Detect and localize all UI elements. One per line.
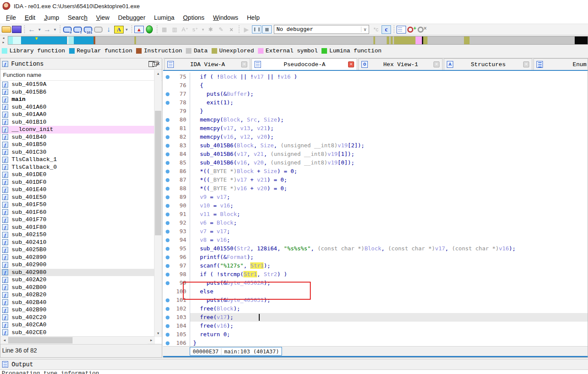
code-line[interactable]: 105 return 0;: [163, 330, 588, 339]
function-row[interactable]: fsub_401AA0: [1, 111, 155, 119]
code-line[interactable]: 81 memcpy(v17, v13, v21);: [163, 124, 588, 133]
menu-item-edit[interactable]: Edit: [20, 12, 39, 24]
scroll-right-icon[interactable]: ▸: [148, 337, 155, 344]
code-line[interactable]: 84 sub_4015B6(v17, v21, (unsigned __int8…: [163, 150, 588, 158]
function-row[interactable]: fsub_401E40: [1, 186, 155, 194]
functions-horizontal-scrollbar[interactable]: ◂ ▸: [1, 336, 155, 344]
function-row[interactable]: fsub_402980: [1, 269, 155, 277]
code-line[interactable]: 97 scanf("%127s", Str1);: [163, 261, 588, 270]
function-row[interactable]: fsub_401F80: [1, 224, 155, 231]
code-line[interactable]: 75 if ( !Block || !v17 || !v16 ): [163, 73, 588, 81]
function-row[interactable]: fsub_401A60: [1, 103, 155, 111]
tab-ida-view-a[interactable]: IDA View-A×: [164, 58, 250, 70]
function-row[interactable]: fsub_401B10: [1, 119, 155, 126]
pseudocode-view[interactable]: 75 if ( !Block || !v17 || !v16 )76 {77 p…: [163, 71, 588, 347]
code-line[interactable]: 91 v11 = Block;: [163, 210, 588, 219]
scroll-down-icon[interactable]: ▾: [155, 330, 162, 337]
code-line[interactable]: 103 free(v17);: [163, 313, 588, 322]
menu-item-view[interactable]: View: [92, 12, 114, 24]
function-row[interactable]: fsub_402890: [1, 254, 155, 261]
scroll-left-icon[interactable]: ◂: [1, 337, 8, 344]
close-button-icon[interactable]: ×: [156, 61, 160, 68]
function-row[interactable]: fsub_401F50: [1, 201, 155, 209]
function-row[interactable]: fsub_401F60: [1, 209, 155, 216]
code-line[interactable]: 82 memcpy(v16, v12, v20);: [163, 133, 588, 141]
code-line[interactable]: 90 v10 = v16;: [163, 201, 588, 210]
function-row[interactable]: fsub_401DE0: [1, 171, 155, 179]
set-colors-icon[interactable]: A: [114, 26, 124, 33]
code-line[interactable]: 92 v6 = Block;: [163, 219, 588, 227]
script-icon[interactable]: [397, 26, 406, 33]
code-line[interactable]: 101 puts(&byte_405031);: [163, 296, 588, 304]
code-line[interactable]: 86 *((_BYTE *)Block + Size) = 0;: [163, 167, 588, 176]
code-line[interactable]: 99 puts(&byte_40502A);: [163, 279, 588, 287]
function-row[interactable]: fsub_4015B6: [1, 88, 155, 96]
code-line[interactable]: 96 printf(&Format);: [163, 253, 588, 261]
function-row[interactable]: fsub_402CE0: [1, 329, 155, 337]
jump-address-icon[interactable]: ↓: [104, 25, 113, 34]
function-row[interactable]: fsub_401F70: [1, 216, 155, 224]
code-line[interactable]: 76 {: [163, 81, 588, 90]
functions-vertical-scrollbar[interactable]: ▴ ▾: [154, 70, 161, 337]
code-line[interactable]: 79 }: [163, 107, 588, 116]
function-row[interactable]: fmain: [1, 96, 155, 103]
back-icon[interactable]: ←: [27, 25, 36, 34]
function-row[interactable]: fsub_4025B0: [1, 246, 155, 254]
tab-close-icon[interactable]: ×: [523, 61, 529, 67]
code-line[interactable]: 89 v9 = v17;: [163, 193, 588, 201]
search-immediate-icon[interactable]: 101: [83, 25, 93, 34]
tab-enum[interactable]: Enum: [533, 58, 588, 70]
code-line[interactable]: 83 sub_4015B6(Block, Size, (unsigned __i…: [163, 141, 588, 150]
function-row[interactable]: fsub_401DF0: [1, 179, 155, 186]
navigation-band[interactable]: ▼: [8, 36, 588, 45]
function-row[interactable]: fTlsCallback_1: [1, 156, 155, 164]
graph-view-icon[interactable]: ▲: [134, 26, 144, 33]
code-line[interactable]: 77 puts(&Buffer);: [163, 90, 588, 98]
code-line[interactable]: 98 if ( !strcmp(Str1, Str2) ): [163, 270, 588, 279]
menu-item-windows[interactable]: Windows: [209, 12, 242, 24]
function-name-column-header[interactable]: Function name: [0, 70, 162, 81]
navband-right-arrow-icon[interactable]: ▸: [0, 40, 7, 45]
colors-dropdown-icon[interactable]: ▾: [124, 25, 129, 34]
forward-icon[interactable]: →: [42, 25, 52, 34]
function-row[interactable]: fsub_402C20: [1, 314, 155, 322]
search-text-icon[interactable]: T: [73, 25, 82, 34]
code-line[interactable]: 102 free(Block);: [163, 304, 588, 313]
debugger-select[interactable]: No debugger∨: [274, 25, 369, 34]
navband-arrows[interactable]: ◂ ▸: [0, 36, 7, 45]
menu-item-search[interactable]: Search: [64, 12, 92, 24]
output-panel-titlebar[interactable]: Output: [0, 359, 588, 370]
function-row[interactable]: fsub_401E50: [1, 194, 155, 201]
key-delete-icon[interactable]: [417, 25, 427, 34]
run-c-icon[interactable]: c: [382, 25, 391, 34]
debugger-pause-icon[interactable]: [252, 25, 261, 33]
lumina-icon[interactable]: [145, 25, 154, 34]
code-line[interactable]: 85 sub_4015B6(v16, v20, (unsigned __int8…: [163, 158, 588, 167]
code-line[interactable]: 94 v8 = v16;: [163, 236, 588, 244]
forward-dropdown-icon[interactable]: ▾: [53, 25, 57, 34]
code-line[interactable]: 100 else: [163, 287, 588, 296]
code-line[interactable]: 87 *((_BYTE *)v17 + v21) = 0;: [163, 176, 588, 184]
tab-structures[interactable]: AStructures×: [444, 58, 532, 70]
function-row[interactable]: fsub_402A20: [1, 276, 155, 284]
key-add-icon[interactable]: [407, 25, 416, 34]
function-row[interactable]: fsub_40159A: [1, 81, 155, 88]
function-row[interactable]: fsub_402B20: [1, 291, 155, 299]
code-line[interactable]: 104 free(v16);: [163, 322, 588, 330]
function-row[interactable]: fsub_402B40: [1, 299, 155, 307]
vscroll-thumb[interactable]: [155, 111, 161, 235]
function-row[interactable]: fsub_402900: [1, 261, 155, 269]
function-row[interactable]: fsub_402CA0: [1, 321, 155, 329]
code-line[interactable]: 78 exit(1);: [163, 98, 588, 107]
open-file-icon[interactable]: [2, 26, 11, 33]
function-row[interactable]: f__lconv_init: [1, 126, 155, 134]
menu-item-file[interactable]: File: [2, 12, 20, 24]
navband-left-arrow-icon[interactable]: ◂: [0, 36, 7, 40]
tab-close-icon[interactable]: ×: [348, 61, 354, 67]
code-line[interactable]: 80 memcpy(Block, Src, Size);: [163, 116, 588, 124]
tab-close-icon[interactable]: ×: [433, 61, 439, 67]
function-row[interactable]: fsub_402150: [1, 231, 155, 239]
tab-close-icon[interactable]: ×: [241, 61, 247, 67]
code-line[interactable]: 95 sub_401550(Str2, 128i64, "%s%s%s", (c…: [163, 244, 588, 253]
menu-item-jump[interactable]: Jump: [39, 12, 63, 24]
